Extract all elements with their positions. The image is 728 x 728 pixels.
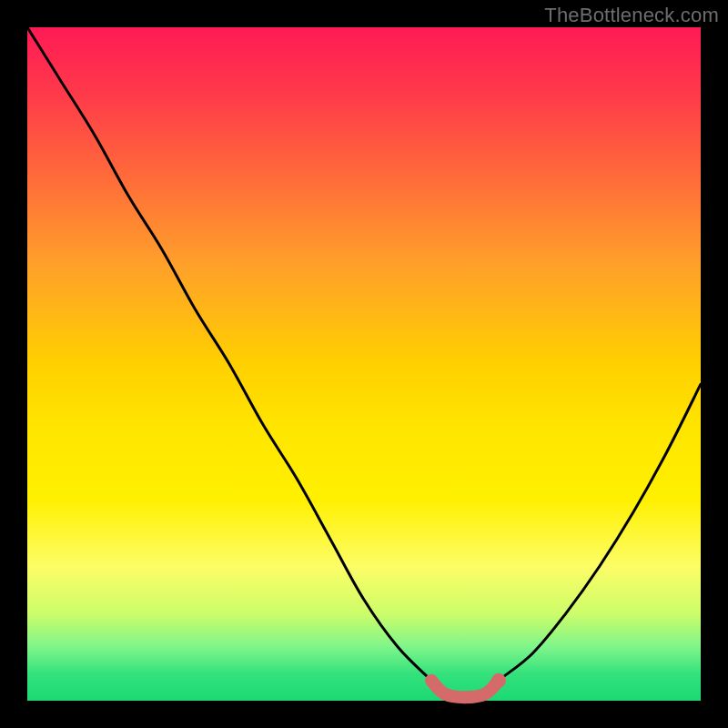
chart-frame: TheBottleneck.com (0, 0, 728, 728)
highlight-end-dot (491, 673, 506, 688)
curve-layer (27, 27, 701, 701)
plot-area (27, 27, 701, 701)
watermark-text: TheBottleneck.com (544, 4, 719, 27)
bottleneck-curve (27, 27, 701, 697)
highlight-segment (431, 681, 499, 698)
